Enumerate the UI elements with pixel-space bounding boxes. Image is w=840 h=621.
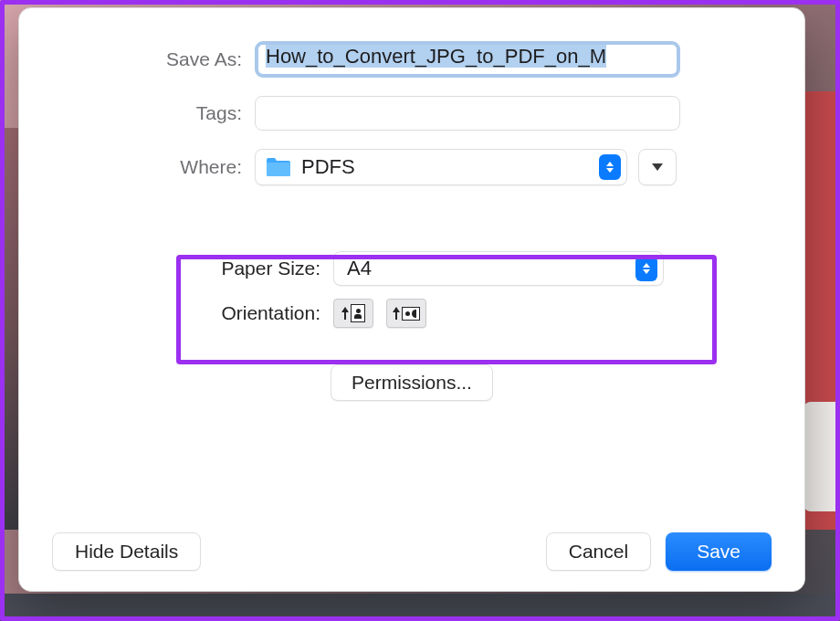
cancel-button[interactable]: Cancel [546, 532, 651, 571]
expand-location-button[interactable] [638, 149, 677, 185]
permissions-button[interactable]: Permissions... [331, 364, 493, 401]
orientation-landscape-button[interactable] [386, 299, 426, 328]
hide-details-button[interactable]: Hide Details [52, 532, 201, 571]
where-select[interactable]: PDFS [255, 149, 627, 185]
arrow-up-icon [341, 307, 349, 320]
orientation-label: Orientation: [19, 302, 333, 324]
tags-label: Tags: [19, 102, 255, 124]
tags-input[interactable] [255, 96, 680, 131]
where-label: Where: [19, 156, 255, 178]
updown-icon [635, 256, 657, 281]
updown-icon [599, 154, 621, 180]
orientation-portrait-button[interactable] [333, 299, 373, 328]
where-folder-name: PDFS [301, 155, 599, 179]
save-as-input[interactable]: How_to_Convert_JPG_to_PDF_on_M [255, 41, 680, 78]
chevron-down-icon [652, 163, 663, 171]
paper-size-label: Paper Size: [19, 258, 333, 279]
save-as-value: How_to_Convert_JPG_to_PDF_on_M [266, 45, 606, 68]
save-dialog: Save As: How_to_Convert_JPG_to_PDF_on_M … [18, 7, 805, 592]
dialog-footer: Hide Details Cancel Save [19, 532, 804, 571]
save-button[interactable]: Save [666, 532, 772, 571]
portrait-page-icon [351, 304, 365, 322]
paper-size-select[interactable]: A4 [333, 251, 664, 286]
landscape-page-icon [402, 307, 420, 321]
save-as-label: Save As: [19, 48, 255, 70]
arrow-up-icon [393, 307, 400, 320]
folder-icon [265, 156, 292, 178]
paper-size-value: A4 [347, 257, 635, 280]
